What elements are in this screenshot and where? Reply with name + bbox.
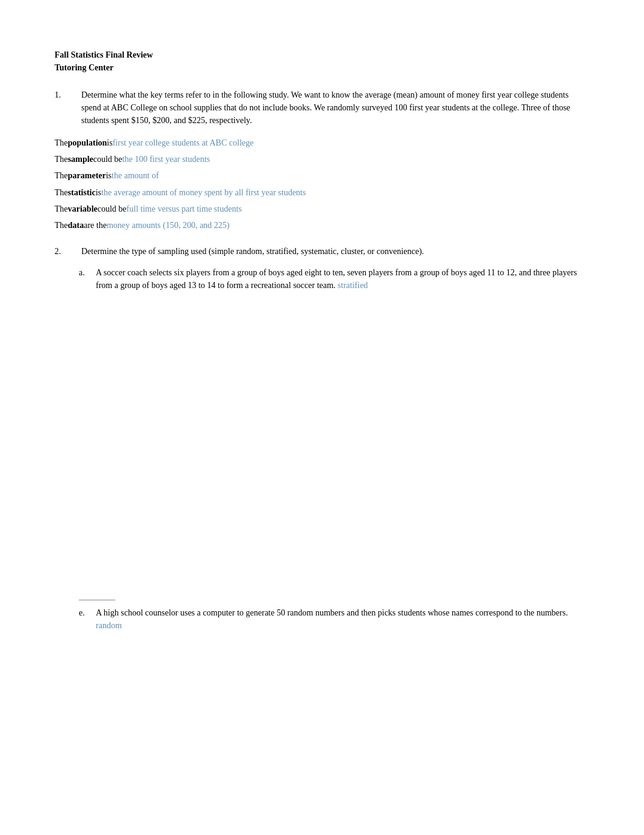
population-term: population [68, 135, 107, 150]
answer-statistic: The statistic is the average amount of m… [55, 185, 589, 200]
question-2-text: 2. Determine the type of sampling used (… [55, 245, 589, 258]
data-connector: are the [84, 218, 107, 233]
sub-question-e: e. A high school counselor uses a comput… [55, 606, 589, 632]
question-1-body: Determine what the key terms refer to in… [72, 89, 589, 127]
question-2-body: Determine the type of sampling used (sim… [72, 245, 424, 258]
parameter-connector: is [106, 168, 112, 183]
population-connector: is [107, 135, 112, 150]
parameter-prefix: The [55, 168, 68, 183]
question-2: 2. Determine the type of sampling used (… [55, 245, 589, 292]
sub-e-letter: e. [79, 606, 91, 632]
sub-a-body: A soccer coach selects six players from … [96, 266, 589, 292]
question-1-text: 1. Determine what the key terms refer to… [55, 89, 589, 127]
variable-connector: could be [98, 201, 127, 216]
parameter-value: the amount of [112, 168, 159, 183]
statistic-connector: is [96, 185, 101, 200]
answer-variable: The variable could be full time versus p… [55, 201, 589, 216]
statistic-value: the average amount of money spent by all… [101, 185, 306, 200]
answer-population: The population is first year college stu… [55, 135, 589, 150]
variable-prefix: The [55, 201, 68, 216]
blank-space [55, 303, 589, 594]
population-value: first year college students at ABC colle… [113, 135, 254, 150]
sub-a-answer: stratified [338, 281, 368, 290]
sub-a-letter: a. [79, 266, 91, 292]
population-prefix: The [55, 135, 68, 150]
data-prefix: The [55, 218, 68, 233]
page-title: Fall Statistics Final Review Tutoring Ce… [55, 49, 589, 74]
statistic-prefix: The [55, 185, 68, 200]
question-1: 1. Determine what the key terms refer to… [55, 89, 589, 233]
answer-sample: The sample could be the 100 first year s… [55, 152, 589, 167]
data-value: money amounts (150, 200, and 225) [107, 218, 230, 233]
answer-parameter: The parameter is the amount of [55, 168, 589, 183]
parameter-term: parameter [68, 168, 106, 183]
statistic-term: statistic [68, 185, 96, 200]
question-1-number: 1. [55, 89, 67, 127]
variable-value: full time versus part time students [127, 201, 242, 216]
sample-prefix: The [55, 152, 68, 167]
sample-value: the 100 first year students [122, 152, 210, 167]
data-term: data [68, 218, 84, 233]
sample-connector: could be [93, 152, 122, 167]
section-divider [79, 600, 115, 600]
answer-data: The data are the money amounts (150, 200… [55, 218, 589, 233]
sample-term: sample [68, 152, 93, 167]
sub-question-a: a. A soccer coach selects six players fr… [55, 266, 589, 292]
sub-e-answer: random [96, 621, 122, 630]
variable-term: variable [68, 201, 98, 216]
sub-e-body: A high school counselor uses a computer … [96, 606, 589, 632]
question-2-number: 2. [55, 245, 67, 258]
